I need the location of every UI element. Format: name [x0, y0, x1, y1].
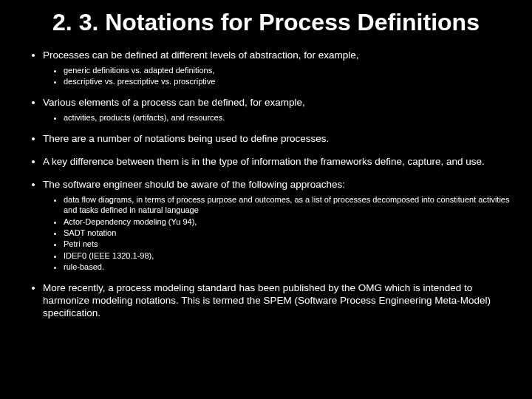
bullet-item: There are a number of notations being us…	[43, 133, 510, 146]
sub-bullet-item: SADT notation	[64, 228, 510, 238]
sub-bullet-item: Petri nets	[64, 239, 510, 249]
sub-bullet-item: descriptive vs. prescriptive vs. proscri…	[64, 76, 510, 86]
sub-bullet-item: data flow diagrams, in terms of process …	[64, 194, 510, 216]
bullet-text: The software engineer should be aware of…	[43, 179, 345, 190]
sub-bullet-item: generic definitions vs. adapted definiti…	[64, 65, 510, 75]
bullet-text: Processes can be defined at different le…	[43, 50, 359, 61]
bullet-item: A key difference between them is in the …	[43, 156, 510, 168]
slide: 2. 3. Notations for Process Definitions …	[0, 0, 532, 399]
bullet-item: More recently, a process modeling standa…	[43, 282, 510, 320]
bullet-item: Various elements of a process can be def…	[43, 97, 510, 123]
sub-bullet-list: activities, products (artifacts), and re…	[43, 112, 510, 123]
sub-bullet-list: generic definitions vs. adapted definiti…	[43, 65, 510, 87]
bullet-item: The software engineer should be aware of…	[43, 179, 510, 272]
sub-bullet-item: rule-based.	[64, 262, 510, 272]
sub-bullet-list: data flow diagrams, in terms of process …	[43, 194, 510, 272]
bullet-list: Processes can be defined at different le…	[22, 50, 510, 320]
bullet-text: Various elements of a process can be def…	[43, 97, 305, 108]
sub-bullet-item: Actor-Dependency modeling (Yu 94),	[64, 216, 510, 227]
sub-bullet-item: activities, products (artifacts), and re…	[64, 112, 510, 123]
bullet-item: Processes can be defined at different le…	[43, 50, 510, 86]
sub-bullet-item: IDEF0 (IEEE 1320.1-98),	[64, 250, 510, 261]
slide-title: 2. 3. Notations for Process Definitions	[22, 9, 510, 36]
